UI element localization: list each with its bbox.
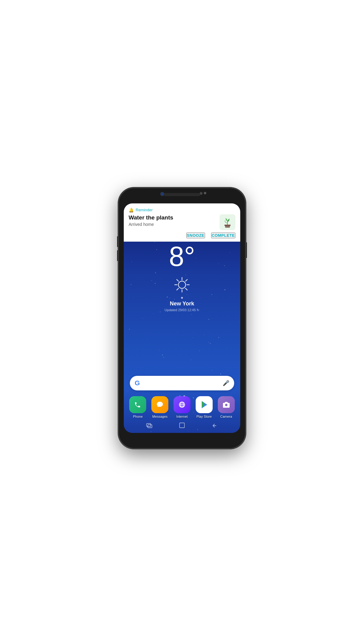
playstore-app-icon[interactable] [196,396,213,413]
mic-icon[interactable]: 🎤 [223,380,229,386]
notification-card: 🔔 Reminder Water the plants Arrived home [124,203,240,242]
internet-app-icon[interactable] [174,396,190,413]
notification-body: Water the plants Arrived home [129,214,235,230]
complete-button[interactable]: COMPLETE [211,233,235,238]
weather-widget: 8° [124,243,240,312]
svg-line-7 [186,279,187,281]
notification-thumbnail [220,214,235,230]
app-playstore[interactable]: Play Store [196,396,213,418]
notification-title: Water the plants [129,214,220,221]
phone-device: 8° [118,188,246,449]
app-dock: Phone Messages [124,396,240,418]
svg-rect-18 [147,423,151,427]
city-label: New York [170,301,194,307]
svg-line-6 [186,288,187,290]
sun-svg [173,276,191,294]
svg-rect-20 [180,423,184,428]
svg-rect-19 [148,425,152,428]
camera-app-label: Camera [220,415,232,418]
camera-app-icon[interactable] [218,396,235,413]
svg-point-0 [178,281,186,288]
weather-condition-icon [173,276,191,294]
volume-up-button[interactable] [117,236,118,247]
app-phone[interactable]: Phone [129,396,146,418]
svg-rect-23 [224,225,231,226]
app-messages[interactable]: Messages [151,396,168,418]
notification-actions: SNOOZE COMPLETE [129,233,235,238]
speaker-grille [164,193,200,196]
internet-app-label: Internet [176,415,187,418]
google-search-bar[interactable]: G 🎤 [130,376,234,390]
notification-subtitle: Arrived home [129,222,220,227]
messages-app-label: Messages [152,415,167,418]
notification-header: 🔔 Reminder [129,208,235,213]
navigation-bar [124,420,240,433]
temperature-display: 8° [169,243,195,270]
notification-text-area: Water the plants Arrived home [129,214,220,227]
phone-screen: 8° [124,203,240,433]
reminder-app-label: Reminder [136,208,153,212]
weather-updated-text: Updated 29/03 12:45 ↻ [165,308,200,312]
playstore-app-label: Play Store [196,415,212,418]
sensor-2 [204,192,206,194]
svg-line-5 [177,279,179,281]
app-internet[interactable]: Internet [174,396,190,418]
volume-down-button[interactable] [117,250,118,261]
nav-recents-button[interactable] [146,423,152,430]
location-indicator [181,297,183,299]
phone-app-label: Phone [133,415,143,418]
nav-home-button[interactable] [179,422,185,430]
messages-app-icon[interactable] [151,396,168,413]
snooze-button[interactable]: SNOOZE [186,233,205,238]
power-button[interactable] [246,242,247,258]
front-camera [160,192,164,196]
sensor-1 [200,192,203,195]
nav-back-button[interactable] [212,423,218,430]
svg-line-8 [177,288,179,290]
plant-thumbnail-icon [221,216,234,229]
phone-app-icon[interactable] [129,396,146,413]
app-camera[interactable]: Camera [218,396,235,418]
google-logo: G [135,380,140,386]
search-input[interactable] [143,380,223,386]
reminder-bell-icon: 🔔 [129,208,134,213]
